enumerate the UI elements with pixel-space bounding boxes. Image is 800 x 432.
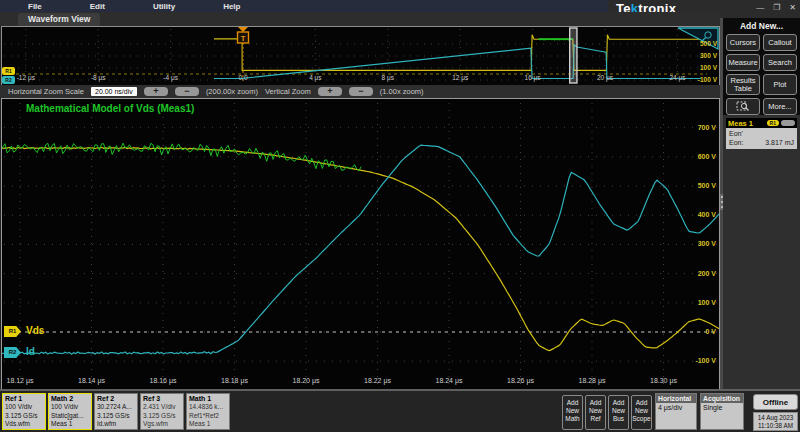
- oscilloscope-screen: File Edit Utility Help Tektronix — ❐ ✕ W…: [0, 0, 800, 432]
- zoom-grid-icon: [736, 101, 750, 112]
- settings-bar: Ref 1 100 V/div3.125 GS/sVds.wfm Math 2 …: [0, 389, 800, 432]
- overview-y-tick-label: 100 V: [687, 64, 717, 71]
- meas1-results-badge[interactable]: Meas 1 R1 Eon' Eon: 3.817 mJ: [726, 118, 797, 149]
- v-zoom-minus-button[interactable]: −: [349, 87, 373, 96]
- h-zoom-plus-button[interactable]: +: [144, 87, 168, 96]
- math-model-trace: [2, 142, 361, 171]
- minimize-icon[interactable]: —: [756, 4, 764, 12]
- add-new-scope-button[interactable]: AddNewScope: [631, 395, 652, 430]
- horizontal-zoom-scale-label: Horizontal Zoom Scale: [8, 87, 84, 96]
- meas1-title: Meas 1: [728, 119, 767, 128]
- overview-x-tick-label: 8 μs: [371, 74, 405, 81]
- badge-math2[interactable]: Math 2 100 V/divStatic[gat...Meas 1: [48, 393, 92, 430]
- tab-waveform-view[interactable]: Waveform View: [18, 13, 100, 26]
- zoom-overview-button[interactable]: [726, 98, 760, 115]
- close-icon[interactable]: ✕: [789, 4, 796, 12]
- y-tick-label: -100 V: [676, 357, 716, 364]
- cursors-button[interactable]: Cursors: [726, 34, 760, 51]
- meas1-name: Eon': [729, 129, 743, 138]
- menu-utility[interactable]: Utility: [153, 2, 175, 11]
- plot-title: Mathematical Model of Vds (Meas1): [26, 103, 194, 114]
- x-tick-label: 18.24 μs: [427, 377, 471, 384]
- badge-math1[interactable]: Math 1 14.4836 k...Ref1*Ref2Meas 1: [186, 393, 230, 430]
- y-tick-label: 0 V: [676, 328, 716, 335]
- acquisition-panel[interactable]: Acquisition Single: [700, 393, 744, 430]
- add-new-header: Add New...: [726, 21, 797, 31]
- x-tick-label: 18.30 μs: [642, 377, 686, 384]
- overview-y-tick-label: 300 V: [687, 52, 717, 59]
- zoom-waveform-view[interactable]: Mathematical Model of Vds (Meas1) R1 Vds…: [1, 98, 720, 390]
- x-tick-label: 18.28 μs: [570, 377, 614, 384]
- y-tick-label: 700 V: [676, 124, 716, 131]
- zoom-controls-bar: Horizontal Zoom Scale 20.00 ns/div + − (…: [0, 85, 720, 98]
- add-new-ref-button[interactable]: AddNewRef: [585, 395, 606, 430]
- y-tick-label: 400 V: [676, 211, 716, 218]
- menu-bar: File Edit Utility Help: [0, 0, 608, 12]
- overview-x-tick-label: -12 μs: [9, 74, 43, 81]
- meas1-stat-value: 3.817 mJ: [765, 138, 794, 147]
- tab-bar: Waveform View: [0, 12, 720, 27]
- callout-button[interactable]: Callout: [763, 34, 797, 51]
- add-new-panel: Add New... Cursors Callout Measure Searc…: [723, 18, 800, 115]
- x-tick-label: 18.18 μs: [213, 377, 257, 384]
- more-button[interactable]: More...: [763, 98, 797, 115]
- id-trace-label: Id: [26, 346, 35, 357]
- v-zoom-plus-button[interactable]: +: [318, 87, 342, 96]
- x-tick-label: 18.20 μs: [284, 377, 328, 384]
- x-tick-label: 18.22 μs: [356, 377, 400, 384]
- overview-x-tick-label: 16 μs: [516, 74, 550, 81]
- menu-edit[interactable]: Edit: [90, 2, 105, 11]
- h-zoom-minus-button[interactable]: −: [175, 87, 199, 96]
- badge-ref1[interactable]: Ref 1 100 V/div3.125 GS/sVds.wfm: [2, 393, 46, 430]
- meas1-source-pill: R1: [767, 120, 779, 126]
- overview-model-trace: [539, 38, 573, 40]
- x-tick-label: 18.14 μs: [70, 377, 114, 384]
- y-tick-label: 300 V: [676, 240, 716, 247]
- overview-vds-trace: [214, 35, 701, 71]
- measure-button[interactable]: Measure: [726, 54, 760, 71]
- overview-x-tick-label: -4 μs: [154, 74, 188, 81]
- vds-trace-label: Vds: [26, 325, 44, 336]
- datetime-display: 14 Aug 2023 11:10:38 AM: [753, 412, 798, 431]
- badge-ref3[interactable]: Ref 3 2.431 V/div3.125 GS/sVgs.wfm: [140, 393, 184, 430]
- overview-x-tick-label: 12 μs: [443, 74, 477, 81]
- overview-y-tick-label: 500 V: [687, 40, 717, 47]
- overview-zoom-window[interactable]: [570, 28, 577, 83]
- plot-button[interactable]: Plot: [763, 74, 797, 95]
- restore-icon[interactable]: ❐: [773, 4, 780, 12]
- y-tick-label: 200 V: [676, 270, 716, 277]
- meas1-expand-pill[interactable]: [781, 120, 795, 126]
- overview-x-tick-label: 0.0: [226, 74, 260, 81]
- id-trace: [2, 145, 719, 354]
- vds-trace: [2, 147, 719, 350]
- h-zoom-factor-label: (200.00x zoom): [206, 87, 258, 96]
- vertical-zoom-label: Vertical Zoom: [265, 87, 311, 96]
- overview-x-tick-label: -8 μs: [81, 74, 115, 81]
- results-table-button[interactable]: Results Table: [726, 74, 760, 95]
- overview-y-tick-label: -100 V: [687, 76, 717, 83]
- menu-file[interactable]: File: [28, 2, 42, 11]
- offline-button[interactable]: Offline: [753, 394, 798, 410]
- y-tick-label: 100 V: [676, 299, 716, 306]
- x-tick-label: 18.16 μs: [141, 377, 185, 384]
- add-new-math-button[interactable]: AddNewMath: [562, 395, 583, 430]
- svg-text:T: T: [241, 34, 246, 43]
- sidebar: Add New... Cursors Callout Measure Searc…: [723, 18, 800, 389]
- trigger-marker[interactable]: T: [238, 27, 249, 43]
- badge-ref2[interactable]: Ref 2 30.2724 A...3.125 GS/sId.wfm: [94, 393, 138, 430]
- v-zoom-factor-label: (1.00x zoom): [380, 87, 424, 96]
- x-tick-label: 18.26 μs: [499, 377, 543, 384]
- overview-x-tick-label: 20 μs: [588, 74, 622, 81]
- waveform-overview[interactable]: T R1 R2 -12 μs-8 μs-4 μs0.04 μs8 μs12 μs…: [1, 26, 720, 86]
- y-tick-label: 500 V: [676, 182, 716, 189]
- y-tick-label: 600 V: [676, 153, 716, 160]
- horizontal-panel[interactable]: Horizontal 4 μs/div: [655, 393, 697, 430]
- meas1-stat-label: Eon:: [729, 138, 743, 147]
- search-button[interactable]: Search: [763, 54, 797, 71]
- overview-x-tick-label: 4 μs: [298, 74, 332, 81]
- horizontal-zoom-scale-input[interactable]: 20.00 ns/div: [91, 87, 137, 96]
- x-tick-label: 18.12 μs: [0, 377, 42, 384]
- add-new-bus-button[interactable]: AddNewBus: [608, 395, 629, 430]
- menu-help[interactable]: Help: [223, 2, 240, 11]
